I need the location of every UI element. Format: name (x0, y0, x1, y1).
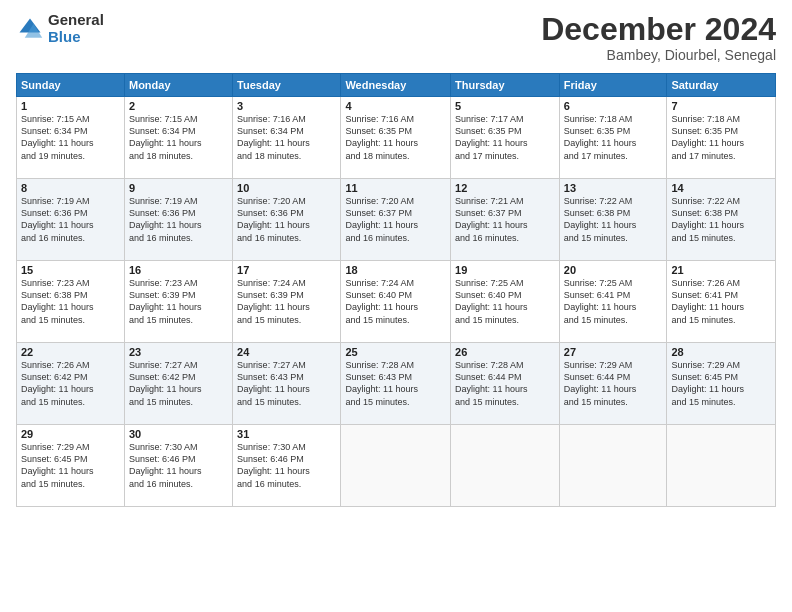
day-info: Sunrise: 7:26 AMSunset: 6:42 PMDaylight:… (21, 359, 120, 408)
day-number: 3 (237, 100, 336, 112)
day-number: 27 (564, 346, 663, 358)
day-number: 25 (345, 346, 446, 358)
day-cell: 30Sunrise: 7:30 AMSunset: 6:46 PMDayligh… (124, 425, 232, 507)
day-info: Sunrise: 7:27 AMSunset: 6:43 PMDaylight:… (237, 359, 336, 408)
day-info: Sunrise: 7:22 AMSunset: 6:38 PMDaylight:… (564, 195, 663, 244)
day-cell: 28Sunrise: 7:29 AMSunset: 6:45 PMDayligh… (667, 343, 776, 425)
day-cell (667, 425, 776, 507)
location: Bambey, Diourbel, Senegal (541, 47, 776, 63)
week-row-4: 22Sunrise: 7:26 AMSunset: 6:42 PMDayligh… (17, 343, 776, 425)
day-cell: 20Sunrise: 7:25 AMSunset: 6:41 PMDayligh… (559, 261, 667, 343)
day-info: Sunrise: 7:16 AMSunset: 6:35 PMDaylight:… (345, 113, 446, 162)
day-cell: 24Sunrise: 7:27 AMSunset: 6:43 PMDayligh… (233, 343, 341, 425)
day-number: 13 (564, 182, 663, 194)
day-cell: 18Sunrise: 7:24 AMSunset: 6:40 PMDayligh… (341, 261, 451, 343)
day-cell: 2Sunrise: 7:15 AMSunset: 6:34 PMDaylight… (124, 97, 232, 179)
header-cell-friday: Friday (559, 74, 667, 97)
day-number: 4 (345, 100, 446, 112)
week-row-3: 15Sunrise: 7:23 AMSunset: 6:38 PMDayligh… (17, 261, 776, 343)
day-number: 30 (129, 428, 228, 440)
day-info: Sunrise: 7:20 AMSunset: 6:36 PMDaylight:… (237, 195, 336, 244)
day-info: Sunrise: 7:28 AMSunset: 6:43 PMDaylight:… (345, 359, 446, 408)
day-number: 22 (21, 346, 120, 358)
day-number: 31 (237, 428, 336, 440)
day-info: Sunrise: 7:25 AMSunset: 6:40 PMDaylight:… (455, 277, 555, 326)
day-info: Sunrise: 7:24 AMSunset: 6:39 PMDaylight:… (237, 277, 336, 326)
day-info: Sunrise: 7:21 AMSunset: 6:37 PMDaylight:… (455, 195, 555, 244)
header-row: SundayMondayTuesdayWednesdayThursdayFrid… (17, 74, 776, 97)
day-cell: 13Sunrise: 7:22 AMSunset: 6:38 PMDayligh… (559, 179, 667, 261)
day-cell: 16Sunrise: 7:23 AMSunset: 6:39 PMDayligh… (124, 261, 232, 343)
day-number: 15 (21, 264, 120, 276)
day-info: Sunrise: 7:28 AMSunset: 6:44 PMDaylight:… (455, 359, 555, 408)
day-number: 5 (455, 100, 555, 112)
day-cell: 26Sunrise: 7:28 AMSunset: 6:44 PMDayligh… (451, 343, 560, 425)
day-number: 17 (237, 264, 336, 276)
day-cell: 10Sunrise: 7:20 AMSunset: 6:36 PMDayligh… (233, 179, 341, 261)
day-cell (341, 425, 451, 507)
day-number: 24 (237, 346, 336, 358)
header-cell-saturday: Saturday (667, 74, 776, 97)
day-info: Sunrise: 7:29 AMSunset: 6:44 PMDaylight:… (564, 359, 663, 408)
day-info: Sunrise: 7:15 AMSunset: 6:34 PMDaylight:… (21, 113, 120, 162)
day-number: 26 (455, 346, 555, 358)
day-cell: 4Sunrise: 7:16 AMSunset: 6:35 PMDaylight… (341, 97, 451, 179)
day-cell (559, 425, 667, 507)
day-number: 11 (345, 182, 446, 194)
logo-blue: Blue (48, 28, 81, 45)
day-info: Sunrise: 7:20 AMSunset: 6:37 PMDaylight:… (345, 195, 446, 244)
day-info: Sunrise: 7:16 AMSunset: 6:34 PMDaylight:… (237, 113, 336, 162)
week-row-2: 8Sunrise: 7:19 AMSunset: 6:36 PMDaylight… (17, 179, 776, 261)
day-info: Sunrise: 7:22 AMSunset: 6:38 PMDaylight:… (671, 195, 771, 244)
day-cell: 21Sunrise: 7:26 AMSunset: 6:41 PMDayligh… (667, 261, 776, 343)
header-cell-monday: Monday (124, 74, 232, 97)
day-number: 12 (455, 182, 555, 194)
day-info: Sunrise: 7:29 AMSunset: 6:45 PMDaylight:… (671, 359, 771, 408)
logo-text: General Blue (48, 12, 104, 45)
logo: General Blue (16, 12, 104, 45)
day-cell: 3Sunrise: 7:16 AMSunset: 6:34 PMDaylight… (233, 97, 341, 179)
day-cell: 31Sunrise: 7:30 AMSunset: 6:46 PMDayligh… (233, 425, 341, 507)
day-number: 28 (671, 346, 771, 358)
page: General Blue December 2024 Bambey, Diour… (0, 0, 792, 612)
header-cell-thursday: Thursday (451, 74, 560, 97)
day-number: 16 (129, 264, 228, 276)
day-cell: 6Sunrise: 7:18 AMSunset: 6:35 PMDaylight… (559, 97, 667, 179)
day-number: 23 (129, 346, 228, 358)
day-info: Sunrise: 7:23 AMSunset: 6:38 PMDaylight:… (21, 277, 120, 326)
header-cell-tuesday: Tuesday (233, 74, 341, 97)
week-row-1: 1Sunrise: 7:15 AMSunset: 6:34 PMDaylight… (17, 97, 776, 179)
day-cell: 12Sunrise: 7:21 AMSunset: 6:37 PMDayligh… (451, 179, 560, 261)
logo-general: General (48, 11, 104, 28)
day-info: Sunrise: 7:17 AMSunset: 6:35 PMDaylight:… (455, 113, 555, 162)
day-info: Sunrise: 7:30 AMSunset: 6:46 PMDaylight:… (237, 441, 336, 490)
day-info: Sunrise: 7:30 AMSunset: 6:46 PMDaylight:… (129, 441, 228, 490)
day-number: 7 (671, 100, 771, 112)
day-info: Sunrise: 7:18 AMSunset: 6:35 PMDaylight:… (671, 113, 771, 162)
day-info: Sunrise: 7:15 AMSunset: 6:34 PMDaylight:… (129, 113, 228, 162)
day-info: Sunrise: 7:19 AMSunset: 6:36 PMDaylight:… (21, 195, 120, 244)
day-cell: 8Sunrise: 7:19 AMSunset: 6:36 PMDaylight… (17, 179, 125, 261)
day-number: 21 (671, 264, 771, 276)
day-cell: 29Sunrise: 7:29 AMSunset: 6:45 PMDayligh… (17, 425, 125, 507)
day-number: 19 (455, 264, 555, 276)
day-info: Sunrise: 7:24 AMSunset: 6:40 PMDaylight:… (345, 277, 446, 326)
day-number: 18 (345, 264, 446, 276)
day-cell: 22Sunrise: 7:26 AMSunset: 6:42 PMDayligh… (17, 343, 125, 425)
day-cell: 7Sunrise: 7:18 AMSunset: 6:35 PMDaylight… (667, 97, 776, 179)
day-cell: 14Sunrise: 7:22 AMSunset: 6:38 PMDayligh… (667, 179, 776, 261)
day-cell: 19Sunrise: 7:25 AMSunset: 6:40 PMDayligh… (451, 261, 560, 343)
day-number: 20 (564, 264, 663, 276)
logo-icon (16, 15, 44, 43)
day-info: Sunrise: 7:18 AMSunset: 6:35 PMDaylight:… (564, 113, 663, 162)
day-cell: 25Sunrise: 7:28 AMSunset: 6:43 PMDayligh… (341, 343, 451, 425)
header-cell-wednesday: Wednesday (341, 74, 451, 97)
day-cell (451, 425, 560, 507)
calendar-table: SundayMondayTuesdayWednesdayThursdayFrid… (16, 73, 776, 507)
header: General Blue December 2024 Bambey, Diour… (16, 12, 776, 63)
day-number: 1 (21, 100, 120, 112)
title-block: December 2024 Bambey, Diourbel, Senegal (541, 12, 776, 63)
day-cell: 9Sunrise: 7:19 AMSunset: 6:36 PMDaylight… (124, 179, 232, 261)
header-cell-sunday: Sunday (17, 74, 125, 97)
day-info: Sunrise: 7:27 AMSunset: 6:42 PMDaylight:… (129, 359, 228, 408)
